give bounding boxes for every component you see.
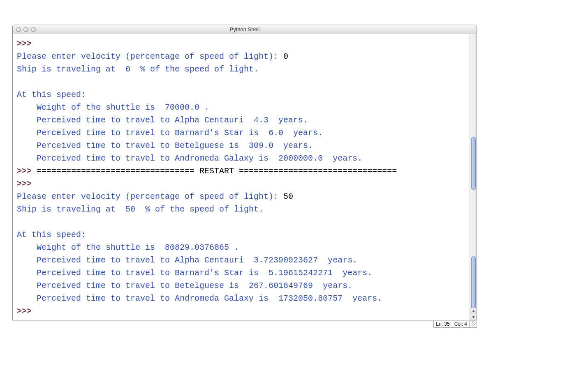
close-icon[interactable] [16, 27, 21, 32]
output-line: At this speed: [17, 90, 86, 99]
resize-handle-icon[interactable] [469, 321, 477, 327]
output-line: Perceived time to travel to Alpha Centau… [37, 115, 308, 125]
output-line: Perceived time to travel to Barnard's St… [37, 128, 323, 138]
user-input: 0 [283, 52, 288, 61]
output-line: Ship is traveling at 0 % of the speed of… [17, 64, 259, 74]
output-line: Please enter velocity (percentage of spe… [17, 52, 283, 61]
output-line: Perceived time to travel to Alpha Centau… [37, 255, 357, 265]
shell-output[interactable]: >>> Please enter velocity (percentage of… [13, 34, 470, 320]
prompt: >>> [17, 306, 37, 316]
zoom-icon[interactable] [31, 27, 36, 32]
output-line: Perceived time to travel to Andromeda Ga… [37, 294, 382, 303]
restart-divider: ================================ RESTART… [37, 166, 397, 176]
prompt: >>> [17, 39, 37, 48]
output-line: Perceived time to travel to Andromeda Ga… [37, 154, 362, 163]
prompt: >>> [17, 179, 37, 189]
status-col: Col: 4 [452, 321, 469, 327]
window-title: Python Shell [13, 26, 477, 32]
output-line: Perceived time to travel to Betelguese i… [37, 141, 313, 150]
output-line: Weight of the shuttle is 80829.0376865 . [37, 243, 239, 252]
output-line: Ship is traveling at 50 % of the speed o… [17, 205, 264, 214]
titlebar[interactable]: Python Shell [13, 25, 477, 34]
status-line: Ln: 35 [434, 321, 451, 327]
minimize-icon[interactable] [23, 27, 28, 32]
output-line: Perceived time to travel to Betelguese i… [37, 281, 352, 290]
scroll-up-icon[interactable]: ▲ [470, 308, 477, 314]
status-bar: Ln: 35 Col: 4 [433, 321, 477, 328]
python-shell-window: Python Shell >>> Please enter velocity (… [12, 25, 477, 320]
scrollbar-thumb[interactable] [471, 137, 476, 190]
window-controls [13, 27, 36, 32]
output-line: Weight of the shuttle is 70000.0 . [37, 103, 209, 112]
scroll-down-icon[interactable]: ▼ [470, 314, 477, 320]
output-line: At this speed: [17, 230, 86, 239]
output-line: Perceived time to travel to Barnard's St… [37, 268, 372, 278]
prompt: >>> [17, 166, 37, 176]
vertical-scrollbar[interactable]: ▲ ▼ [470, 34, 477, 320]
user-input: 50 [283, 192, 293, 201]
output-line: Please enter velocity (percentage of spe… [17, 192, 283, 201]
